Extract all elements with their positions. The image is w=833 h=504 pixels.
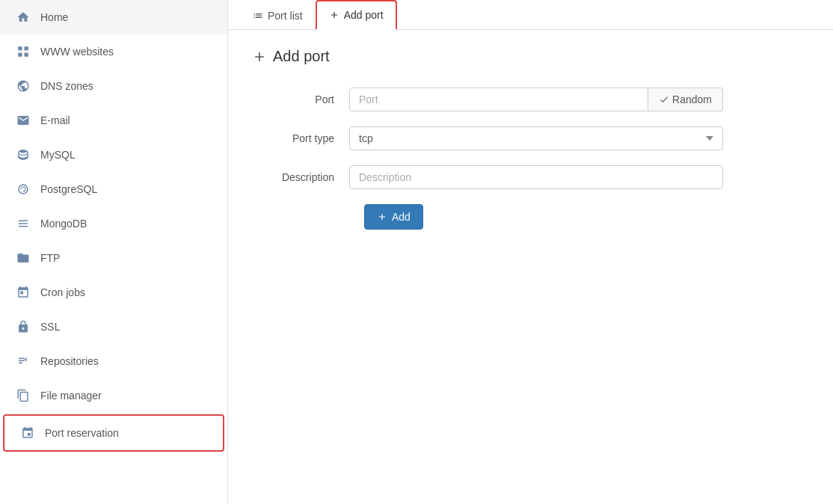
sidebar-item-www[interactable]: WWW websites bbox=[0, 34, 227, 69]
sidebar-item-cron[interactable]: Cron jobs bbox=[0, 275, 227, 310]
home-icon bbox=[15, 9, 31, 25]
checkmark-icon bbox=[659, 94, 669, 105]
sidebar-item-home[interactable]: Home bbox=[0, 0, 227, 34]
sidebar-item-dns[interactable]: DNS zones bbox=[0, 69, 227, 103]
globe-icon bbox=[15, 78, 31, 94]
main-content: Port list Add port Add port Port Random bbox=[228, 0, 833, 504]
add-button-row: Add bbox=[364, 204, 809, 230]
port-input-group: Random bbox=[349, 87, 723, 111]
sidebar-item-ftp[interactable]: FTP bbox=[0, 241, 227, 275]
page-content: Add port Port Random Port type tcp udp D… bbox=[228, 30, 833, 504]
envelope-icon bbox=[15, 112, 31, 129]
grid-icon bbox=[15, 43, 31, 60]
calendar-icon bbox=[15, 284, 31, 301]
svg-point-0 bbox=[19, 185, 28, 194]
list-icon bbox=[253, 10, 263, 21]
description-input[interactable] bbox=[349, 165, 723, 189]
sidebar-item-postgresql[interactable]: PostgreSQL bbox=[0, 172, 227, 206]
plus-tab-icon bbox=[329, 10, 339, 20]
repo-icon bbox=[15, 353, 31, 369]
random-button[interactable]: Random bbox=[648, 87, 723, 111]
port-type-row: Port type tcp udp bbox=[252, 126, 809, 150]
port-field-row: Port Random bbox=[252, 87, 809, 111]
tab-add-port[interactable]: Add port bbox=[316, 0, 397, 30]
mongodb-icon bbox=[15, 215, 31, 232]
description-row: Description bbox=[252, 165, 809, 189]
files-icon bbox=[15, 387, 31, 404]
sidebar-item-ssl[interactable]: SSL bbox=[0, 310, 227, 344]
port-label: Port bbox=[252, 93, 349, 105]
mysql-icon bbox=[15, 147, 31, 163]
tabs-bar: Port list Add port bbox=[228, 0, 833, 30]
sidebar-item-file-manager[interactable]: File manager bbox=[0, 378, 227, 413]
sidebar-item-mysql[interactable]: MySQL bbox=[0, 138, 227, 172]
add-button[interactable]: Add bbox=[364, 204, 423, 230]
tab-port-list[interactable]: Port list bbox=[240, 0, 316, 30]
sidebar-item-repositories[interactable]: Repositories bbox=[0, 344, 227, 378]
sidebar-item-mongodb[interactable]: MongoDB bbox=[0, 206, 227, 241]
folder-icon bbox=[15, 250, 31, 266]
port-type-select[interactable]: tcp udp bbox=[349, 126, 723, 150]
description-label: Description bbox=[252, 171, 349, 183]
sidebar-item-port-reservation[interactable]: Port reservation bbox=[3, 414, 224, 452]
title-plus-icon bbox=[252, 49, 267, 64]
plus-button-icon bbox=[377, 212, 387, 222]
port-input[interactable] bbox=[349, 87, 648, 111]
port-icon bbox=[19, 425, 36, 441]
sidebar: Home WWW websites DNS zones E-mail MySQL… bbox=[0, 0, 228, 504]
page-title: Add port bbox=[252, 48, 809, 65]
postgresql-icon bbox=[15, 181, 31, 197]
sidebar-item-email[interactable]: E-mail bbox=[0, 103, 227, 138]
lock-icon bbox=[15, 319, 31, 335]
port-type-label: Port type bbox=[252, 132, 349, 144]
